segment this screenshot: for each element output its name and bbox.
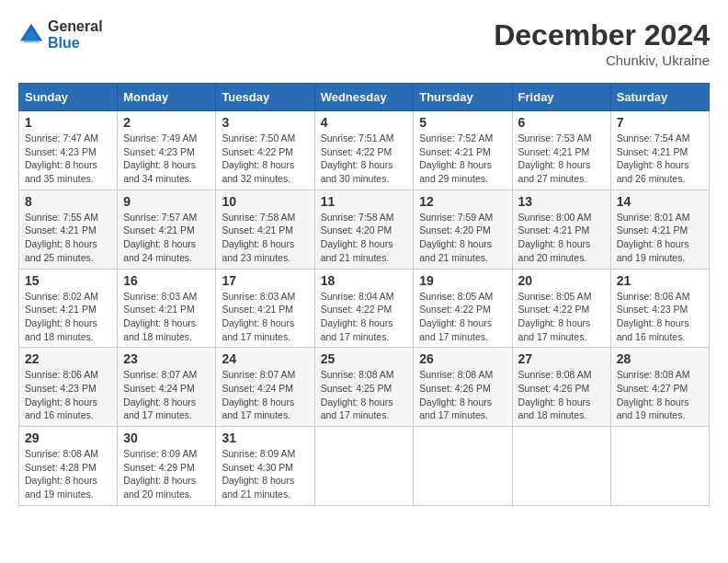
day-info: Sunrise: 8:08 AM Sunset: 4:26 PM Dayligh…	[518, 368, 605, 422]
day-cell-4: 4 Sunrise: 7:51 AM Sunset: 4:22 PM Dayli…	[314, 111, 414, 190]
day-cell-6: 6 Sunrise: 7:53 AM Sunset: 4:21 PM Dayli…	[512, 111, 610, 190]
day-info: Sunrise: 7:51 AM Sunset: 4:22 PM Dayligh…	[321, 132, 408, 186]
day-info: Sunrise: 7:57 AM Sunset: 4:21 PM Dayligh…	[123, 211, 210, 265]
day-cell-12: 12 Sunrise: 7:59 AM Sunset: 4:20 PM Dayl…	[414, 190, 512, 269]
day-info: Sunrise: 7:58 AM Sunset: 4:20 PM Dayligh…	[321, 211, 408, 265]
day-cell-22: 22 Sunrise: 8:06 AM Sunset: 4:23 PM Dayl…	[19, 348, 118, 427]
day-info: Sunrise: 7:47 AM Sunset: 4:23 PM Dayligh…	[25, 132, 111, 186]
day-number: 9	[123, 194, 210, 209]
title-block: December 2024 Chunkiv, Ukraine	[494, 18, 710, 68]
logo-blue: Blue	[48, 35, 103, 52]
day-number: 13	[518, 194, 605, 209]
day-info: Sunrise: 7:55 AM Sunset: 4:21 PM Dayligh…	[25, 211, 111, 265]
header-row: Sunday Monday Tuesday Wednesday Thursday…	[19, 84, 710, 111]
header-sunday: Sunday	[19, 84, 118, 111]
day-number: 25	[321, 351, 408, 366]
day-number: 26	[419, 351, 506, 366]
header-wednesday: Wednesday	[314, 84, 414, 111]
day-number: 15	[25, 273, 111, 288]
header-thursday: Thursday	[414, 84, 512, 111]
day-info: Sunrise: 7:53 AM Sunset: 4:21 PM Dayligh…	[518, 132, 605, 186]
calendar-week-1: 1 Sunrise: 7:47 AM Sunset: 4:23 PM Dayli…	[19, 111, 710, 190]
day-number: 8	[25, 194, 111, 209]
day-cell-31: 31 Sunrise: 8:09 AM Sunset: 4:30 PM Dayl…	[216, 427, 314, 506]
day-number: 23	[123, 351, 210, 366]
day-info: Sunrise: 8:06 AM Sunset: 4:23 PM Dayligh…	[617, 290, 703, 344]
day-cell-5: 5 Sunrise: 7:52 AM Sunset: 4:21 PM Dayli…	[414, 111, 512, 190]
day-info: Sunrise: 8:08 AM Sunset: 4:26 PM Dayligh…	[419, 368, 506, 422]
day-number: 12	[419, 194, 506, 209]
day-info: Sunrise: 8:03 AM Sunset: 4:21 PM Dayligh…	[123, 290, 210, 344]
day-cell-10: 10 Sunrise: 7:58 AM Sunset: 4:21 PM Dayl…	[216, 190, 314, 269]
day-cell-14: 14 Sunrise: 8:01 AM Sunset: 4:21 PM Dayl…	[610, 190, 709, 269]
day-cell-20: 20 Sunrise: 8:05 AM Sunset: 4:22 PM Dayl…	[512, 269, 610, 348]
day-number: 28	[617, 351, 703, 366]
day-number: 7	[617, 115, 703, 130]
day-cell-19: 19 Sunrise: 8:05 AM Sunset: 4:22 PM Dayl…	[414, 269, 512, 348]
month-title: December 2024	[494, 18, 710, 52]
day-number: 18	[321, 273, 408, 288]
header-tuesday: Tuesday	[216, 84, 314, 111]
empty-cell	[314, 427, 414, 506]
day-number: 29	[25, 431, 111, 445]
calendar-week-2: 8 Sunrise: 7:55 AM Sunset: 4:21 PM Dayli…	[19, 190, 710, 269]
day-info: Sunrise: 8:08 AM Sunset: 4:27 PM Dayligh…	[617, 368, 703, 422]
day-info: Sunrise: 8:09 AM Sunset: 4:29 PM Dayligh…	[123, 447, 210, 501]
day-cell-18: 18 Sunrise: 8:04 AM Sunset: 4:22 PM Dayl…	[314, 269, 414, 348]
day-info: Sunrise: 7:50 AM Sunset: 4:22 PM Dayligh…	[222, 132, 308, 186]
day-info: Sunrise: 8:05 AM Sunset: 4:22 PM Dayligh…	[419, 290, 506, 344]
day-cell-30: 30 Sunrise: 8:09 AM Sunset: 4:29 PM Dayl…	[118, 427, 216, 506]
day-info: Sunrise: 7:58 AM Sunset: 4:21 PM Dayligh…	[222, 211, 308, 265]
day-info: Sunrise: 7:52 AM Sunset: 4:21 PM Dayligh…	[419, 132, 506, 186]
day-number: 17	[222, 273, 308, 288]
day-info: Sunrise: 8:02 AM Sunset: 4:21 PM Dayligh…	[25, 290, 111, 344]
day-number: 27	[518, 351, 605, 366]
day-cell-1: 1 Sunrise: 7:47 AM Sunset: 4:23 PM Dayli…	[19, 111, 118, 190]
day-number: 31	[222, 431, 308, 445]
day-cell-8: 8 Sunrise: 7:55 AM Sunset: 4:21 PM Dayli…	[19, 190, 118, 269]
day-number: 14	[617, 194, 703, 209]
day-number: 10	[222, 194, 308, 209]
day-number: 24	[222, 351, 308, 366]
day-cell-13: 13 Sunrise: 8:00 AM Sunset: 4:21 PM Dayl…	[512, 190, 610, 269]
day-cell-28: 28 Sunrise: 8:08 AM Sunset: 4:27 PM Dayl…	[610, 348, 709, 427]
day-cell-27: 27 Sunrise: 8:08 AM Sunset: 4:26 PM Dayl…	[512, 348, 610, 427]
day-number: 22	[25, 351, 111, 366]
day-number: 30	[123, 431, 210, 445]
day-info: Sunrise: 8:01 AM Sunset: 4:21 PM Dayligh…	[617, 211, 703, 265]
calendar-week-4: 22 Sunrise: 8:06 AM Sunset: 4:23 PM Dayl…	[19, 348, 710, 427]
day-info: Sunrise: 8:00 AM Sunset: 4:21 PM Dayligh…	[518, 211, 605, 265]
logo-text: General Blue	[48, 18, 103, 51]
calendar-table: Sunday Monday Tuesday Wednesday Thursday…	[18, 83, 710, 506]
day-cell-3: 3 Sunrise: 7:50 AM Sunset: 4:22 PM Dayli…	[216, 111, 314, 190]
day-cell-7: 7 Sunrise: 7:54 AM Sunset: 4:21 PM Dayli…	[610, 111, 709, 190]
day-number: 4	[321, 115, 408, 130]
day-info: Sunrise: 8:07 AM Sunset: 4:24 PM Dayligh…	[222, 368, 308, 422]
day-cell-23: 23 Sunrise: 8:07 AM Sunset: 4:24 PM Dayl…	[118, 348, 216, 427]
day-info: Sunrise: 8:06 AM Sunset: 4:23 PM Dayligh…	[25, 368, 111, 422]
day-info: Sunrise: 8:03 AM Sunset: 4:21 PM Dayligh…	[222, 290, 308, 344]
header-monday: Monday	[118, 84, 216, 111]
day-info: Sunrise: 7:49 AM Sunset: 4:23 PM Dayligh…	[123, 132, 210, 186]
location: Chunkiv, Ukraine	[494, 52, 710, 68]
day-info: Sunrise: 7:54 AM Sunset: 4:21 PM Dayligh…	[617, 132, 703, 186]
empty-cell	[512, 427, 610, 506]
day-number: 16	[123, 273, 210, 288]
day-cell-25: 25 Sunrise: 8:08 AM Sunset: 4:25 PM Dayl…	[314, 348, 414, 427]
day-info: Sunrise: 8:08 AM Sunset: 4:25 PM Dayligh…	[321, 368, 408, 422]
day-info: Sunrise: 8:09 AM Sunset: 4:30 PM Dayligh…	[222, 447, 308, 501]
day-cell-16: 16 Sunrise: 8:03 AM Sunset: 4:21 PM Dayl…	[118, 269, 216, 348]
day-info: Sunrise: 8:04 AM Sunset: 4:22 PM Dayligh…	[321, 290, 408, 344]
day-number: 2	[123, 115, 210, 130]
day-info: Sunrise: 8:07 AM Sunset: 4:24 PM Dayligh…	[123, 368, 210, 422]
header-saturday: Saturday	[610, 84, 709, 111]
day-info: Sunrise: 8:05 AM Sunset: 4:22 PM Dayligh…	[518, 290, 605, 344]
day-number: 5	[419, 115, 506, 130]
day-cell-17: 17 Sunrise: 8:03 AM Sunset: 4:21 PM Dayl…	[216, 269, 314, 348]
empty-cell	[610, 427, 709, 506]
day-number: 21	[617, 273, 703, 288]
day-cell-11: 11 Sunrise: 7:58 AM Sunset: 4:20 PM Dayl…	[314, 190, 414, 269]
day-cell-21: 21 Sunrise: 8:06 AM Sunset: 4:23 PM Dayl…	[610, 269, 709, 348]
day-info: Sunrise: 8:08 AM Sunset: 4:28 PM Dayligh…	[25, 447, 111, 501]
day-number: 19	[419, 273, 506, 288]
